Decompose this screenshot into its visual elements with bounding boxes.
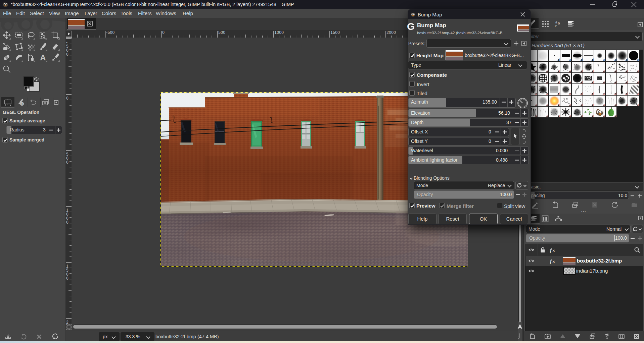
svg-text:b: b [558,21,560,25]
svg-text:c: c [555,23,557,28]
svg-text:i: i [21,102,22,106]
